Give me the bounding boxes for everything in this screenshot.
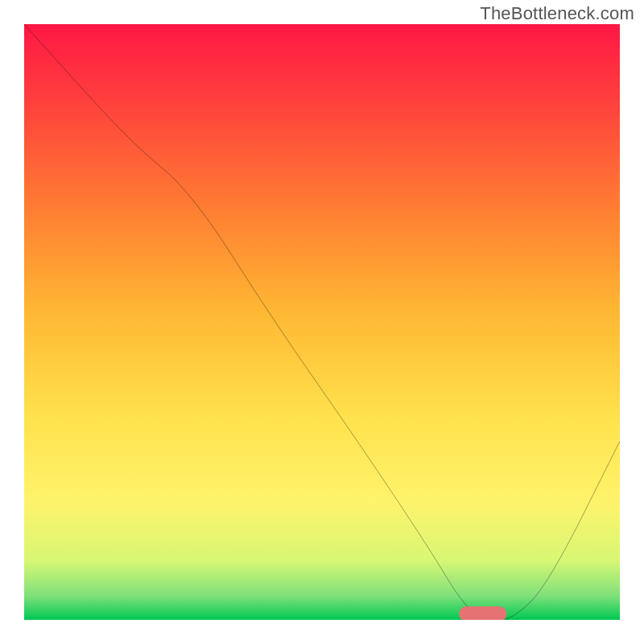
gradient-background [24,24,620,620]
optimal-marker [459,606,506,620]
watermark-label: TheBottleneck.com [480,3,634,24]
chart-canvas: TheBottleneck.com [0,0,644,644]
plot-area [24,24,620,620]
chart-svg [24,24,620,620]
